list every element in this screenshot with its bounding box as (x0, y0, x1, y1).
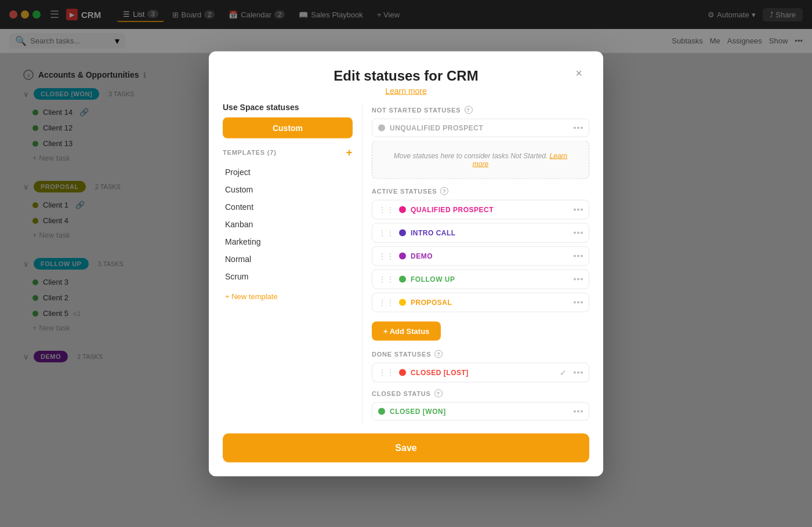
active-help-icon[interactable]: ? (440, 187, 448, 195)
drag-handle[interactable]: ⋮⋮ (378, 205, 394, 214)
modal-body: Use Space statuses Custom TEMPLATES (7) … (209, 102, 603, 424)
not-started-help-icon[interactable]: ? (465, 106, 473, 114)
demo-row: ⋮⋮ DEMO (372, 246, 589, 266)
qualified-prospect-label: QUALIFIED PROSPECT (411, 205, 569, 213)
active-section-label: ACTIVE STATUSES ? (372, 187, 589, 195)
modal-right-panel: NOT STARTED STATUSES ? UNQUALIFIED PROSP… (362, 102, 589, 424)
qualified-dot (399, 206, 406, 213)
closed-won-dot (378, 408, 385, 415)
proposal-dot (399, 299, 406, 306)
closed-lost-dot (399, 369, 406, 376)
intro-call-more-menu[interactable] (574, 231, 583, 234)
add-status-button[interactable]: + Add Status (372, 321, 441, 340)
closed-lost-row: ⋮⋮ CLOSED [LOST] ✓ (372, 362, 589, 382)
modal-title: Edit statuses for CRM (334, 67, 478, 83)
add-template-icon[interactable]: + (346, 146, 353, 158)
drag-handle[interactable]: ⋮⋮ (378, 251, 394, 260)
template-normal[interactable]: Normal (223, 250, 353, 267)
template-custom[interactable]: Custom (223, 180, 353, 198)
not-started-learn-more-link[interactable]: Learn more (473, 151, 567, 168)
closed-lost-more-menu[interactable] (574, 371, 583, 373)
unqualified-prospect-label: UNQUALIFIED PROSPECT (390, 123, 569, 132)
follow-up-dot (399, 275, 406, 282)
follow-up-more-menu[interactable] (574, 278, 583, 280)
template-marketing[interactable]: Marketing (223, 232, 353, 250)
intro-call-row: ⋮⋮ INTRO CALL (372, 223, 589, 242)
done-section-label: DONE STATUSES ? (372, 350, 589, 358)
proposal-more-menu[interactable] (574, 301, 583, 303)
done-check-icon: ✓ (560, 368, 567, 377)
modal-header: Edit statuses for CRM Learn more × (209, 51, 603, 102)
closed-won-label: CLOSED [WON] (390, 407, 569, 415)
proposal-label: PROPOSAL (411, 298, 569, 306)
demo-more-menu[interactable] (574, 255, 583, 257)
closed-help-icon[interactable]: ? (434, 389, 443, 397)
template-scrum[interactable]: Scrum (223, 267, 353, 285)
new-template-button[interactable]: + New template (223, 289, 353, 303)
template-content[interactable]: Content (223, 198, 353, 215)
proposal-row: ⋮⋮ PROPOSAL (372, 292, 589, 312)
closed-lost-label: CLOSED [LOST] (411, 368, 555, 376)
templates-header: TEMPLATES (7) + (223, 146, 353, 158)
closed-section-label: CLOSED STATUS ? (372, 389, 589, 397)
qualified-prospect-row: ⋮⋮ QUALIFIED PROSPECT (372, 199, 589, 219)
template-kanban[interactable]: Kanban (223, 215, 353, 232)
drag-handle[interactable]: ⋮⋮ (378, 228, 394, 237)
qualified-more-menu[interactable] (574, 208, 583, 210)
drag-handle[interactable]: ⋮⋮ (378, 297, 394, 307)
follow-up-label: FOLLOW UP (411, 275, 569, 283)
close-button[interactable]: × (571, 65, 587, 81)
edit-statuses-modal: Edit statuses for CRM Learn more × Use S… (209, 51, 603, 476)
follow-up-row: ⋮⋮ FOLLOW UP (372, 269, 589, 289)
closed-won-more-menu[interactable] (574, 410, 583, 412)
intro-call-dot (399, 229, 406, 236)
demo-dot (399, 252, 406, 259)
template-project[interactable]: Project (223, 163, 353, 180)
done-help-icon[interactable]: ? (434, 350, 443, 358)
modal-left-panel: Use Space statuses Custom TEMPLATES (7) … (223, 102, 362, 424)
unqualified-prospect-row: UNQUALIFIED PROSPECT (372, 118, 589, 137)
not-started-section-label: NOT STARTED STATUSES ? (372, 106, 589, 114)
not-started-drop-zone: Move statuses here to consider tasks Not… (372, 140, 589, 179)
status-more-menu[interactable] (574, 126, 583, 129)
not-started-message: Move statuses here to consider tasks Not… (378, 146, 583, 173)
modal-footer: Save (209, 424, 603, 462)
status-dot-gray (378, 124, 385, 131)
drag-handle[interactable]: ⋮⋮ (378, 368, 394, 377)
custom-button[interactable]: Custom (223, 117, 353, 138)
save-button[interactable]: Save (223, 433, 589, 462)
learn-more-link[interactable]: Learn more (385, 86, 427, 95)
drag-handle[interactable]: ⋮⋮ (378, 274, 394, 284)
demo-label: DEMO (411, 252, 569, 260)
use-space-label: Use Space statuses (223, 102, 353, 111)
intro-call-label: INTRO CALL (411, 228, 569, 237)
closed-won-row: CLOSED [WON] (372, 402, 589, 420)
